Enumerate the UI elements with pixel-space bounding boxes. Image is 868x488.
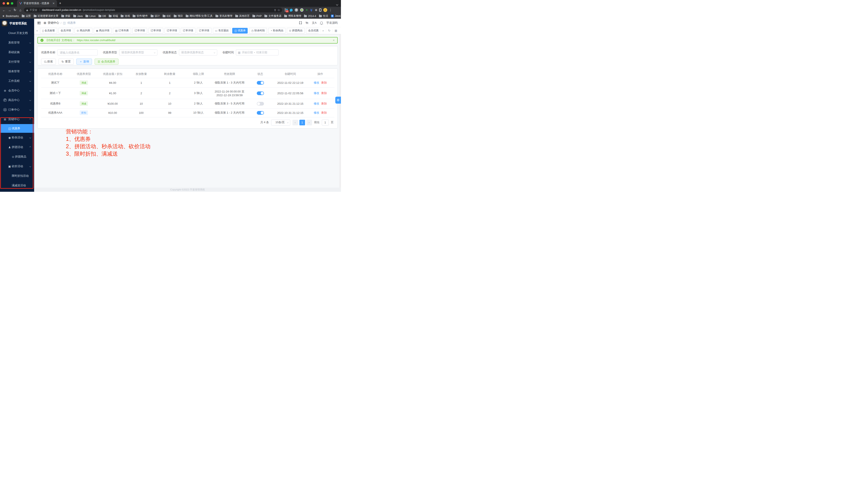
alert-link[interactable]: https://doc.iocoder.cn/mall/build/ — [77, 39, 116, 42]
bookmark-folder[interactable]: 设计 — [151, 14, 160, 18]
status-toggle[interactable] — [257, 91, 264, 95]
home-icon[interactable]: ⌂ — [18, 8, 23, 12]
sidebar-item-infrastructure[interactable]: 基础设施 — [0, 48, 34, 57]
extension-drop-icon[interactable] — [290, 9, 293, 11]
bookmark-folder[interactable]: 运营 — [22, 14, 31, 18]
extensions-puzzle-icon[interactable]: ✜ — [315, 8, 317, 12]
status-toggle[interactable] — [257, 102, 264, 106]
address-bar[interactable]: 不安全 dashboard-vue3.yudao.iocoder.cn/prom… — [24, 8, 282, 12]
bookmark-folder[interactable]: 游戏 — [121, 14, 130, 18]
page-size-select[interactable]: 10条/页 — [271, 119, 290, 125]
bookmark-folder[interactable]: 网站/博客/文章/工具 — [186, 14, 213, 18]
browser-tab[interactable]: 芋道管理系统 - 优惠券 ✕ — [17, 0, 57, 7]
sidebar-item-groupon-product[interactable]: ⊙拼团商品 — [0, 152, 34, 162]
bookmark-folder[interactable]: 文件服务器 — [265, 14, 281, 18]
bookmark-folder[interactable]: 其他语言 — [235, 14, 250, 18]
member-coupon-button[interactable]: ☰会员优惠券 — [95, 59, 119, 65]
workspace-tab[interactable]: 订单详情 — [181, 28, 195, 33]
bookmark-folder[interactable]: 搜索 — [61, 14, 70, 18]
back-icon[interactable]: ← — [1, 8, 7, 12]
share-icon[interactable]: ⇧ — [274, 8, 276, 12]
bookmark-folder[interactable]: 博客未整理 — [284, 14, 301, 18]
add-button[interactable]: ＋新增 — [76, 59, 92, 65]
new-tab-button[interactable]: + — [59, 1, 61, 5]
workspace-tab[interactable]: ◉ 商品详情 — [94, 28, 112, 33]
workspace-tab[interactable]: 订单详情 — [132, 28, 147, 33]
workspace-tab[interactable]: ◷ 秒杀时段 — [249, 28, 267, 33]
reset-button[interactable]: ↻重置 — [59, 59, 74, 65]
bookmark-folder[interactable]: Linux — [86, 15, 96, 18]
edit-link[interactable]: 修改 — [314, 81, 319, 84]
workspace-tab[interactable]: 会员优惠券 — [306, 28, 318, 33]
zoom-window-button[interactable] — [11, 2, 13, 5]
sidebar-item-workflow[interactable]: 工作流程 — [0, 76, 34, 86]
bookmark-folder[interactable]: 生活 — [319, 14, 328, 18]
workspace-tab[interactable]: 会员详情 — [59, 28, 73, 33]
status-toggle[interactable] — [257, 111, 264, 115]
refresh-icon[interactable]: ↻ — [326, 29, 333, 32]
delete-link[interactable]: 删除 — [321, 91, 327, 95]
extension-pinned-icon[interactable]: ◆ 12 — [284, 8, 288, 12]
workspace-tab[interactable]: ▤ 订单列表 — [113, 28, 131, 33]
sidebar-item-system[interactable]: 系统管理 — [0, 38, 34, 48]
alert-close-icon[interactable]: × — [333, 38, 335, 42]
bookmark-folder[interactable]: IDE — [163, 15, 171, 18]
minimize-window-button[interactable] — [7, 2, 9, 5]
bookmark-folder[interactable]: 软件/硬件 — [133, 14, 148, 18]
coupon-status-select[interactable]: 请选择优惠券状态 — [179, 50, 217, 56]
date-range-picker[interactable]: ▦ 开始日期 - 结束日期 — [236, 50, 279, 56]
workspace-tab[interactable]: 订单详情 — [197, 28, 212, 33]
bookmark-folder[interactable]: 近期需要读的文章 — [34, 14, 59, 18]
user-name[interactable]: 芋道源码 — [327, 21, 338, 25]
workspace-tab[interactable]: ◫ 优惠券 — [232, 28, 248, 33]
layout-grid-icon[interactable]: ▦ — [333, 29, 339, 32]
locale-icon[interactable]: 文A — [312, 21, 317, 25]
extension-chevrons-icon[interactable]: ≫ — [310, 8, 313, 11]
bookmarks-manager[interactable]: ★ Bookmarks — [2, 15, 19, 18]
edit-link[interactable]: 修改 — [314, 91, 319, 95]
tabs-scroll-right-icon[interactable]: » — [320, 29, 326, 32]
prev-page-button[interactable]: ‹ — [292, 120, 298, 125]
bookmark-folder[interactable]: 项目 — [174, 14, 183, 18]
settings-gear-button[interactable]: ⚙ — [335, 97, 341, 104]
bookmark-star-icon[interactable]: ☆ — [277, 8, 280, 12]
forward-icon[interactable]: → — [7, 8, 12, 12]
workspace-tab[interactable]: 订单详情 — [149, 28, 163, 33]
app-logo[interactable]: 芋道管理系统 — [0, 19, 34, 28]
delete-link[interactable]: 删除 — [321, 111, 327, 114]
coupon-type-select[interactable]: 请选择优惠券类型 — [119, 50, 157, 56]
sidebar-item-marketing-center[interactable]: ⊞营销中心 — [0, 114, 34, 124]
edit-link[interactable]: 修改 — [314, 102, 319, 105]
status-toggle[interactable] — [257, 81, 264, 85]
bookmark-folder[interactable]: 2014-4 — [304, 15, 316, 18]
extension-star-icon[interactable]: ✶ — [306, 8, 308, 12]
delete-link[interactable]: 删除 — [321, 102, 327, 105]
delete-link[interactable]: 删除 — [321, 81, 327, 84]
workspace-tab[interactable]: 订单详情 — [164, 28, 179, 33]
notification-bell-icon[interactable] — [320, 22, 323, 24]
sidebar-item-order-center[interactable]: e订单中心 — [0, 105, 34, 114]
bookmark-folder[interactable]: PHP — [252, 15, 262, 18]
breadcrumb-parent[interactable]: 营销中心 — [48, 21, 59, 25]
sidebar-item-product-center[interactable]: P商品中心 — [0, 95, 34, 105]
sidebar-item-coupon[interactable]: ◫优惠券 — [0, 124, 34, 133]
page-jump-input[interactable] — [322, 119, 329, 125]
sidebar-item-member-center[interactable]: ⊚会员中心 — [0, 86, 34, 95]
bookmark-folder[interactable]: 前端 — [109, 14, 118, 18]
search-button[interactable]: 搜索 — [41, 59, 56, 65]
reload-icon[interactable]: ↻ — [12, 8, 18, 12]
sidebar-item-payment[interactable]: 支付管理 — [0, 57, 34, 66]
bookmark-link[interactable]: B Java开发 | 小组首… — [331, 14, 341, 18]
menu-fold-icon[interactable] — [37, 22, 41, 24]
tabs-scroll-left-icon[interactable]: « — [36, 29, 38, 32]
next-page-button[interactable]: › — [306, 120, 312, 125]
workspace-tab[interactable]: ⊙ 拼团商品 — [287, 28, 305, 33]
font-size-icon[interactable]: Tt — [306, 21, 308, 25]
sidebar-item-report[interactable]: 报表管理 — [0, 66, 34, 76]
sidebar-item-time-discount[interactable]: 限时折扣活动 — [0, 171, 34, 181]
sidebar-item-cloud-docs[interactable]: Cloud 开发文档 — [0, 28, 34, 38]
extension-dot-icon[interactable] — [300, 8, 304, 12]
workspace-tab[interactable]: ◔ 秒杀商品 — [268, 28, 285, 33]
workspace-tab[interactable]: ⊙ 商品列表 — [74, 28, 92, 33]
sidebar-item-groupon[interactable]: ♟拼团活动 — [0, 142, 34, 152]
